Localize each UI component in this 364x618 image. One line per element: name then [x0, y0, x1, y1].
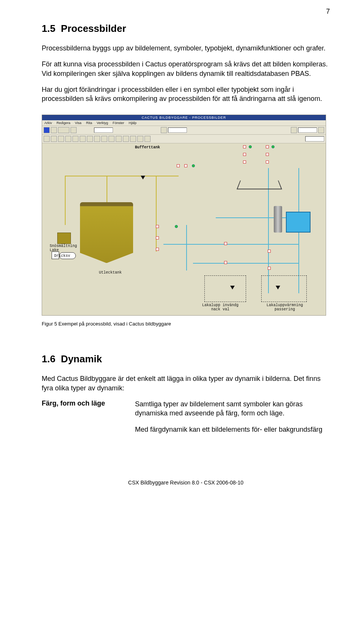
pipe: [65, 176, 66, 225]
node: [224, 242, 227, 245]
section1-p3: Har du gjort förändringar i processbilde…: [42, 85, 330, 104]
small-tank: [57, 233, 71, 244]
node: [224, 261, 227, 264]
main-tank: [80, 206, 133, 263]
canvas-label: Snösmältning Lake: [50, 244, 77, 252]
pipe: [186, 225, 187, 270]
pipe: [107, 176, 107, 202]
node: [266, 145, 269, 148]
canvas-label: Lakaluppvärmning passering: [267, 303, 303, 311]
selection-box: [204, 275, 246, 302]
canvas-label: Bufferttank: [135, 145, 160, 149]
node: [266, 160, 269, 164]
node: [243, 153, 246, 156]
canvas-label: Dricksv: [54, 254, 70, 258]
tool-field[interactable]: [94, 127, 113, 133]
node: [243, 160, 246, 164]
toolbar-1: [42, 126, 326, 135]
canvas-label: Utlecktank: [99, 270, 122, 275]
node: [271, 145, 275, 148]
tool-button[interactable]: [318, 127, 324, 133]
drawing-canvas[interactable]: Bufferttank Utlecktank Snösmältning Lake…: [42, 138, 326, 315]
tool-field[interactable]: [298, 127, 317, 133]
dynamik-desc-p2: Med färgdynamik kan ett bildelements för…: [135, 425, 330, 434]
page-number: 7: [326, 8, 330, 16]
window-titlebar: CACTUS BILDBYGGARE - PROCESSBILDER: [42, 115, 326, 120]
tool-button[interactable]: [51, 127, 57, 133]
dynamik-desc-p1: Samtliga typer av bildelement samt symbo…: [135, 399, 330, 418]
canvas-label: Lakalupp invändg nack val: [202, 303, 238, 311]
tool-button[interactable]: [291, 127, 297, 133]
tool-button[interactable]: [44, 127, 50, 133]
node: [268, 250, 271, 253]
document-page: 7 1.5 Processbilder Processbilderna bygg…: [0, 0, 364, 501]
section-title: Dynamik: [61, 353, 102, 365]
pipe: [193, 263, 299, 264]
menu-item[interactable]: Arkiv: [44, 121, 52, 125]
pipe: [65, 176, 179, 176]
pool: [286, 212, 311, 233]
node: [249, 145, 252, 148]
figure-5: CACTUS BILDBYGGARE - PROCESSBILDER Arkiv…: [42, 115, 330, 327]
tool-button[interactable]: [71, 127, 77, 133]
node: [156, 236, 159, 239]
section2-p1: Med Cactus Bildbyggare är det enkelt att…: [42, 374, 330, 393]
section-title: Processbilder: [61, 23, 126, 34]
node: [192, 164, 195, 167]
menu-item[interactable]: Hjälp: [129, 121, 136, 125]
section-heading-1: 1.5 Processbilder: [42, 23, 330, 35]
tool-button[interactable]: [161, 127, 167, 133]
menu-item[interactable]: Verktyg: [97, 121, 108, 125]
section-number: 1.5: [42, 23, 55, 34]
node: [177, 164, 180, 167]
node: [175, 225, 178, 228]
node: [156, 248, 159, 251]
funnel: [238, 179, 280, 198]
node: [243, 145, 246, 148]
section-heading-2: 1.6 Dynamik: [42, 353, 330, 365]
pipe: [163, 244, 213, 245]
app-screenshot: CACTUS BILDBYGGARE - PROCESSBILDER Arkiv…: [42, 115, 326, 316]
menu-item[interactable]: Fönster: [113, 121, 124, 125]
page-footer: CSX Bildbyggare Revision 8.0 - CSX 2006-…: [42, 480, 330, 486]
dynamik-desc: Samtliga typer av bildelement samt symbo…: [135, 399, 330, 434]
figure-caption: Figur 5 Exempel på processbild, visad i …: [42, 321, 330, 327]
dynamik-label: Färg, form och läge: [42, 399, 121, 434]
dynamik-row: Färg, form och läge Samtliga typer av bi…: [42, 399, 330, 434]
section-number: 1.6: [42, 353, 55, 365]
pipe: [156, 176, 157, 252]
section1-p2: För att kunna visa processbilden i Cactu…: [42, 60, 330, 78]
node: [156, 225, 159, 228]
menu-item[interactable]: Rita: [86, 121, 92, 125]
section1-p1: Processbilderna byggs upp av bildelement…: [42, 44, 330, 53]
arrow-icon: [141, 176, 145, 179]
tool-button[interactable]: [58, 127, 69, 133]
menu-item[interactable]: Visa: [75, 121, 82, 125]
column: [274, 206, 282, 233]
tool-field[interactable]: [168, 127, 187, 133]
menubar: Arkiv Redigera Visa Rita Verktyg Fönster…: [42, 120, 326, 126]
node: [268, 267, 271, 270]
node: [184, 164, 187, 167]
node: [266, 153, 269, 156]
menu-item[interactable]: Redigera: [56, 121, 71, 125]
selection-box: [261, 275, 307, 302]
